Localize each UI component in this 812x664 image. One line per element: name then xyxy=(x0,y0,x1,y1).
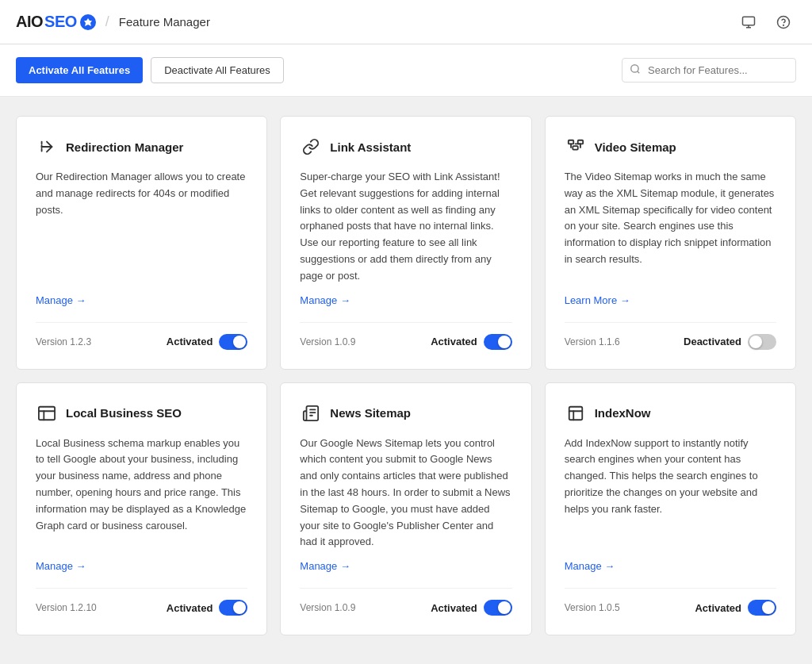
version-label: Version 1.2.10 xyxy=(36,602,97,613)
card-header: News Sitemap xyxy=(300,402,511,424)
feature-card-indexnow: IndexNow Add IndexNow support to instant… xyxy=(545,382,796,636)
search-input[interactable] xyxy=(622,58,796,83)
card-link[interactable]: Manage → xyxy=(36,560,247,572)
card-footer: Version 1.0.5 Activated xyxy=(565,588,776,616)
feature-toggle[interactable] xyxy=(219,600,247,616)
card-title: News Sitemap xyxy=(330,406,411,420)
card-header: IndexNow xyxy=(565,402,776,424)
status-label: Activated xyxy=(431,602,477,614)
screen-options-button[interactable] xyxy=(736,10,761,35)
header-divider: / xyxy=(105,13,109,30)
card-description: Super-charge your SEO with Link Assistan… xyxy=(300,169,511,285)
toolbar-buttons: Activate All Features Deactivate All Fea… xyxy=(16,57,284,83)
redirect-icon xyxy=(36,136,58,158)
status-label: Activated xyxy=(167,336,213,347)
card-footer: Version 1.1.6 Deactivated xyxy=(565,322,776,350)
status-group: Deactivated xyxy=(684,334,776,350)
status-label: Activated xyxy=(695,602,741,614)
version-label: Version 1.2.3 xyxy=(36,336,91,347)
status-group: Activated xyxy=(167,600,248,616)
card-footer: Version 1.2.10 Activated xyxy=(36,588,247,616)
feature-card-news-sitemap: News Sitemap Our Google News Sitemap let… xyxy=(280,382,531,636)
card-link[interactable]: Manage → xyxy=(300,294,511,306)
card-description: Our Google News Sitemap lets you control… xyxy=(300,436,511,551)
logo-seo: SEO xyxy=(44,13,77,31)
card-header: Video Sitemap xyxy=(565,136,776,158)
top-bar-actions xyxy=(736,10,796,35)
feature-toggle[interactable] xyxy=(484,600,512,616)
card-header: Redirection Manager xyxy=(36,136,247,158)
status-label: Activated xyxy=(431,336,477,347)
card-link[interactable]: Manage → xyxy=(300,560,511,572)
card-title: Video Sitemap xyxy=(595,140,676,154)
index-icon xyxy=(565,402,587,424)
card-link[interactable]: Learn More → xyxy=(565,294,776,306)
card-header: Link Assistant xyxy=(300,136,511,158)
status-group: Activated xyxy=(695,600,776,616)
version-label: Version 1.1.6 xyxy=(565,336,620,347)
feature-card-local-business-seo: Local Business SEO Local Business schema… xyxy=(16,382,267,636)
feature-card-link-assistant: Link Assistant Super-charge your SEO wit… xyxy=(280,116,531,370)
status-label: Deactivated xyxy=(684,336,741,347)
top-bar: AIOSEO / Feature Manager xyxy=(0,0,812,44)
help-button[interactable] xyxy=(771,10,796,35)
link-icon xyxy=(300,136,322,158)
status-group: Activated xyxy=(431,334,512,350)
card-header: Local Business SEO xyxy=(36,402,247,424)
svg-rect-0 xyxy=(743,17,755,25)
feature-grid: Redirection Manager Our Redirection Mana… xyxy=(16,116,796,635)
feature-toggle[interactable] xyxy=(748,334,776,350)
toolbar: Activate All Features Deactivate All Fea… xyxy=(0,44,812,97)
card-title: Redirection Manager xyxy=(66,140,183,154)
card-footer: Version 1.0.9 Activated xyxy=(300,322,511,350)
status-group: Activated xyxy=(167,334,248,350)
logo-icon xyxy=(80,14,96,30)
card-description: The Video Sitemap works in much the same… xyxy=(565,169,776,285)
card-title: Link Assistant xyxy=(330,140,411,154)
activate-all-button[interactable]: Activate All Features xyxy=(16,57,143,83)
card-link[interactable]: Manage → xyxy=(36,294,247,306)
logo: AIOSEO xyxy=(16,13,96,31)
card-title: Local Business SEO xyxy=(66,406,182,420)
card-footer: Version 1.2.3 Activated xyxy=(36,322,247,350)
card-description: Add IndexNow support to instantly notify… xyxy=(565,436,776,551)
status-group: Activated xyxy=(431,600,512,616)
deactivate-all-button[interactable]: Deactivate All Features xyxy=(151,57,284,83)
card-description: Local Business schema markup enables you… xyxy=(36,436,247,551)
page-title: Feature Manager xyxy=(119,15,210,29)
svg-rect-14 xyxy=(39,406,55,420)
sitemap-icon xyxy=(565,136,587,158)
svg-rect-9 xyxy=(573,146,577,150)
card-footer: Version 1.0.9 Activated xyxy=(300,588,511,616)
feature-card-redirection-manager: Redirection Manager Our Redirection Mana… xyxy=(16,116,267,370)
card-title: IndexNow xyxy=(595,406,651,420)
feature-toggle[interactable] xyxy=(484,334,512,350)
version-label: Version 1.0.5 xyxy=(565,602,620,613)
logo-aio: AIO xyxy=(16,13,43,31)
card-description: Our Redirection Manager allows you to cr… xyxy=(36,169,247,285)
version-label: Version 1.0.9 xyxy=(300,336,355,347)
news-icon xyxy=(300,402,322,424)
svg-rect-20 xyxy=(569,406,582,420)
feature-card-video-sitemap: Video Sitemap The Video Sitemap works in… xyxy=(545,116,796,370)
search-box xyxy=(622,58,796,83)
feature-toggle[interactable] xyxy=(219,334,247,350)
feature-toggle[interactable] xyxy=(748,600,776,616)
local-icon xyxy=(36,402,58,424)
main-content: Redirection Manager Our Redirection Mana… xyxy=(0,97,812,654)
status-label: Activated xyxy=(167,602,213,614)
card-link[interactable]: Manage → xyxy=(565,560,776,572)
version-label: Version 1.0.9 xyxy=(300,602,355,613)
